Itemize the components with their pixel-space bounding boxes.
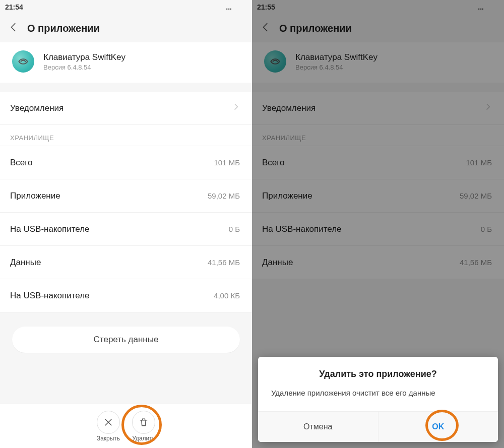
- row-value: 4,00 КБ: [214, 291, 240, 300]
- row-label: На USB-накопителе: [10, 291, 214, 301]
- app-icon: [12, 50, 34, 73]
- status-bar: 21:54 ...: [0, 0, 252, 14]
- dialog-title: Удалить это приложение?: [258, 357, 498, 385]
- row-usb2: На USB-накопителе 4,00 КБ: [0, 279, 252, 312]
- back-button[interactable]: [8, 22, 19, 35]
- trash-icon: [132, 411, 155, 434]
- confirm-dialog: Удалить это приложение? Удаление приложе…: [258, 357, 498, 442]
- row-label: Всего: [10, 158, 214, 168]
- app-card: Клавиатура SwiftKey Версия 6.4.8.54: [0, 42, 252, 83]
- row-data: Данные 41,56 МБ: [0, 246, 252, 279]
- section-storage: ХРАНИЛИЩЕ: [0, 125, 252, 146]
- row-label: Данные: [10, 258, 208, 268]
- screen-app-info: 21:54 ... О приложении Клавиатура SwiftK…: [0, 0, 252, 448]
- row-label: Приложение: [10, 191, 208, 201]
- status-time: 21:54: [5, 3, 23, 11]
- row-app-size: Приложение 59,02 МБ: [0, 179, 252, 213]
- row-label: На USB-накопителе: [10, 224, 229, 234]
- screen-confirm-delete: 21:55 ... О приложении Клавиатура SwiftK…: [252, 0, 504, 448]
- ok-button[interactable]: OK: [378, 412, 498, 442]
- action-bar: Закрыть Удалить: [0, 404, 252, 448]
- row-total: Всего 101 МБ: [0, 146, 252, 179]
- app-version: Версия 6.4.8.54: [43, 63, 125, 71]
- row-value: 101 МБ: [214, 158, 240, 167]
- clear-data-button[interactable]: Стереть данные: [12, 327, 240, 353]
- app-name: Клавиатура SwiftKey: [43, 52, 125, 62]
- close-icon: [97, 411, 120, 434]
- row-notifications[interactable]: Уведомления: [0, 92, 252, 125]
- chevron-right-icon: [232, 103, 240, 113]
- dialog-message: Удаление приложения очистит все его данн…: [258, 385, 498, 411]
- row-label: Уведомления: [10, 103, 232, 113]
- page-header: О приложении: [0, 14, 252, 42]
- row-value: 41,56 МБ: [208, 258, 240, 267]
- row-value: 0 Б: [229, 225, 240, 233]
- delete-label: Удалить: [132, 435, 155, 442]
- footer-area: Стереть данные: [0, 312, 252, 367]
- delete-action[interactable]: Удалить: [132, 411, 155, 442]
- page-title: О приложении: [27, 23, 100, 34]
- cancel-button[interactable]: Отмена: [258, 412, 378, 442]
- row-usb1: На USB-накопителе 0 Б: [0, 213, 252, 246]
- more-icon: ...: [226, 3, 232, 11]
- status-icons: ...: [226, 3, 247, 11]
- close-action[interactable]: Закрыть: [97, 411, 120, 442]
- close-label: Закрыть: [97, 435, 120, 442]
- row-value: 59,02 МБ: [208, 191, 240, 200]
